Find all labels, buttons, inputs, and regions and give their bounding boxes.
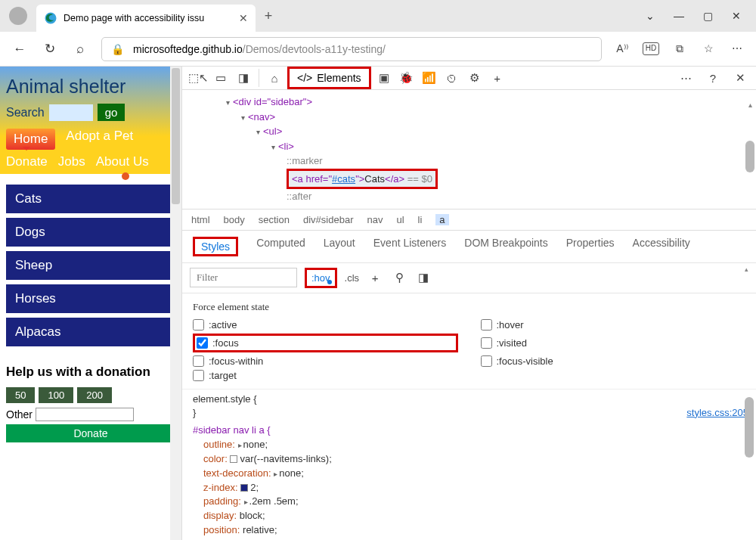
device-icon[interactable]: ▭ — [211, 71, 231, 85]
rules-scrollbar[interactable] — [745, 397, 754, 458]
more-icon[interactable]: ⋯ — [729, 42, 745, 55]
read-aloud-icon[interactable]: A⁾⁾ — [614, 42, 631, 55]
chevron-down-icon[interactable]: ⌄ — [644, 10, 656, 22]
tab-styles[interactable]: Styles — [193, 237, 238, 256]
browser-tab[interactable]: Demo page with accessibility issu ✕ — [36, 5, 256, 32]
search-icon[interactable]: ⌕ — [71, 42, 89, 57]
dom-node[interactable]: <li> — [278, 141, 294, 152]
breakpoint-dot[interactable] — [122, 172, 129, 180]
dom-node[interactable]: <div id="sidebar"> — [233, 96, 312, 107]
elements-tab[interactable]: </> Elements — [287, 67, 371, 89]
crumb-item[interactable]: html — [191, 214, 210, 225]
nav-adopt[interactable]: Adopt a Pet — [66, 129, 133, 150]
pin-icon[interactable]: ⚲ — [391, 271, 407, 284]
state-hover[interactable]: :hover — [481, 319, 746, 331]
crumb-item[interactable]: li — [418, 214, 423, 225]
profile-avatar[interactable] — [9, 7, 27, 25]
help-icon[interactable]: ? — [703, 72, 723, 85]
dom-pseudo[interactable]: ::marker — [287, 155, 323, 166]
dock-icon[interactable]: ◨ — [234, 71, 253, 85]
nav-jobs[interactable]: Jobs — [58, 154, 85, 169]
tab-computed[interactable]: Computed — [256, 237, 305, 256]
sidebar-item[interactable]: Horses — [6, 284, 175, 313]
nav-donate[interactable]: Donate — [6, 154, 48, 169]
refresh-button[interactable]: ↻ — [41, 41, 59, 57]
donation-amount[interactable]: 50 — [6, 387, 35, 403]
state-focus-visible[interactable]: :focus-visible — [481, 355, 746, 367]
maximize-icon[interactable]: ▢ — [702, 10, 714, 22]
selected-dom-node[interactable]: <a href="#cats">Cats</a> == $0 — [287, 169, 438, 190]
crumb-item[interactable]: div#sidebar — [303, 214, 354, 225]
collections-icon[interactable]: ⧉ — [671, 42, 688, 55]
crumb-item[interactable]: nav — [367, 214, 383, 225]
donate-button[interactable]: Donate — [6, 424, 175, 442]
rule-selector: #sidebar nav li a { — [193, 424, 271, 436]
donation-amount[interactable]: 100 — [39, 387, 73, 403]
donation-amount[interactable]: 200 — [77, 387, 112, 403]
welcome-icon[interactable]: ⌂ — [265, 72, 284, 85]
tab-layout[interactable]: Layout — [324, 237, 355, 256]
dom-node[interactable]: <nav> — [248, 111, 275, 123]
page-scrollbar[interactable] — [170, 67, 181, 540]
hov-toggle[interactable]: :hov — [305, 268, 337, 288]
nav-home[interactable]: Home — [6, 129, 55, 150]
sidebar-item[interactable]: Sheep — [6, 251, 175, 280]
devtools-panel: ⬚↖ ▭ ◨ ⌂ </> Elements ▣ 🐞 📶 ⏲ ⚙ + ⋯ ? ✕ … — [181, 67, 756, 540]
close-devtools-icon[interactable]: ✕ — [730, 71, 750, 85]
force-state-panel: Force element state :active :hover :focu… — [182, 293, 756, 389]
dom-pseudo[interactable]: ::after — [287, 191, 311, 202]
performance-icon[interactable]: ⏲ — [442, 72, 462, 85]
crumb-item[interactable]: section — [259, 214, 290, 225]
state-active[interactable]: :active — [193, 319, 458, 331]
console-icon[interactable]: ▣ — [374, 71, 394, 85]
close-window-icon[interactable]: ✕ — [730, 10, 742, 22]
sidebar-item[interactable]: Alpacas — [6, 318, 175, 346]
sidebar-item[interactable]: Dogs — [6, 218, 175, 247]
tab-event-listeners[interactable]: Event Listeners — [373, 237, 447, 256]
styles-scrollbar[interactable]: ▴ — [745, 265, 754, 273]
styles-filter-input[interactable] — [190, 268, 297, 287]
crumb-item[interactable]: ul — [396, 214, 404, 225]
more-tools-icon[interactable]: ⋯ — [676, 71, 696, 85]
nav-about[interactable]: About Us — [96, 154, 149, 169]
tab-properties[interactable]: Properties — [566, 237, 615, 256]
tab-accessibility[interactable]: Accessibility — [633, 237, 690, 256]
bug-icon[interactable]: 🐞 — [397, 71, 417, 85]
state-focus-within[interactable]: :focus-within — [193, 355, 458, 367]
favorite-icon[interactable]: ☆ — [700, 42, 717, 55]
minimize-icon[interactable]: — — [673, 10, 685, 22]
sidebar-item[interactable]: Cats — [6, 185, 175, 213]
network-icon[interactable]: 📶 — [420, 71, 439, 85]
new-style-icon[interactable]: + — [367, 272, 383, 284]
dom-tree[interactable]: <div id="sidebar"> <nav> <ul> <li> ::mar… — [182, 90, 756, 209]
go-button[interactable]: go — [98, 104, 125, 121]
layout-icon[interactable]: ◨ — [415, 271, 432, 284]
add-tab-icon[interactable]: + — [488, 72, 507, 85]
hd-icon[interactable]: HD — [643, 42, 659, 55]
crumb-item[interactable]: body — [224, 214, 245, 225]
new-tab-button[interactable]: + — [256, 8, 281, 24]
dom-scrollbar[interactable]: ▴ — [745, 99, 754, 172]
url-input[interactable]: 🔒 microsoftedge.github.io/Demos/devtools… — [101, 37, 602, 61]
back-button[interactable]: ← — [11, 42, 29, 57]
rule-close: } — [193, 406, 745, 421]
tab-dom-breakpoints[interactable]: DOM Breakpoints — [464, 237, 547, 256]
state-target[interactable]: :target — [193, 370, 458, 381]
other-amount-input[interactable] — [36, 408, 134, 421]
search-input[interactable] — [49, 104, 93, 121]
rule-selector: element.style { — [193, 393, 257, 405]
crumb-item[interactable]: a — [435, 214, 448, 225]
edge-icon — [44, 11, 57, 25]
styles-tabbar: Styles Computed Layout Event Listeners D… — [182, 231, 756, 263]
lock-icon: 🔒 — [111, 43, 124, 55]
browser-titlebar: Demo page with accessibility issu ✕ + ⌄ … — [0, 0, 756, 32]
state-visited[interactable]: :visited — [481, 334, 746, 352]
dom-node[interactable]: <ul> — [263, 126, 282, 137]
close-tab-icon[interactable]: ✕ — [239, 12, 248, 24]
state-focus[interactable]: :focus — [193, 334, 458, 352]
inspect-icon[interactable]: ⬚↖ — [188, 71, 208, 85]
memory-icon[interactable]: ⚙ — [465, 71, 485, 85]
source-link[interactable]: styles.css:205 — [686, 406, 748, 421]
cls-toggle[interactable]: .cls — [345, 272, 360, 284]
css-rules[interactable]: element.style { } #sidebar nav li a { st… — [182, 389, 756, 541]
